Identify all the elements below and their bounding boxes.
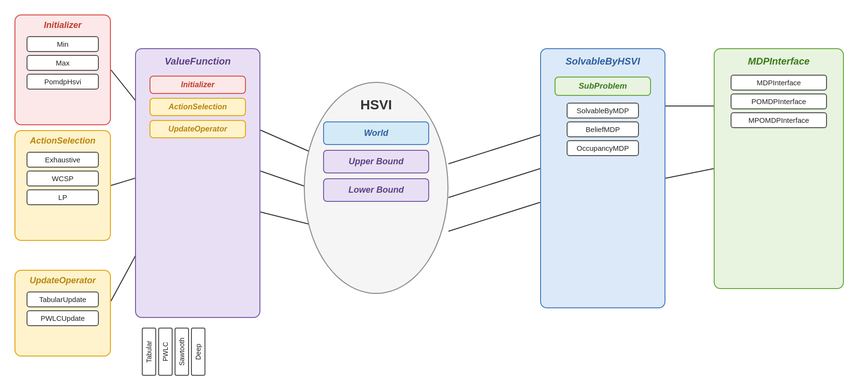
init-item-max: Max (27, 55, 99, 71)
mdp-interface-title: MDPInterface (715, 49, 843, 72)
action-selection-title: ActionSelection (15, 131, 110, 149)
hsvi-item-lower: Lower Bound (323, 178, 429, 202)
value-function-group: ValueFunction Initializer ActionSelectio… (135, 48, 260, 318)
vert-label-deep: Deep (191, 328, 205, 376)
svg-line-8 (448, 202, 540, 231)
svg-line-6 (448, 135, 540, 164)
vf-inner-update: UpdateOperator (149, 120, 246, 138)
action-item-lp: LP (27, 189, 99, 205)
init-item-pomdphsvi: PomdpHsvi (27, 74, 99, 90)
solvable-title: SolvableByHSVI (541, 49, 665, 72)
init-item-min: Min (27, 36, 99, 52)
mdp-item-mpomdp: MPOMDPInterface (731, 112, 827, 128)
vf-inner-action: ActionSelection (149, 98, 246, 116)
solvable-item-mdp: SolvableByMDP (567, 103, 639, 119)
solvable-item-occupancy: OccupancyMDP (567, 140, 639, 156)
mdp-interface-group: MDPInterface MDPInterface POMDPInterface… (714, 48, 844, 289)
initializer-group: Initializer Min Max PomdpHsvi (14, 14, 111, 125)
hsvi-item-upper: Upper Bound (323, 150, 429, 173)
vert-label-pwlc: PWLC (158, 328, 173, 376)
vf-inner-initializer: Initializer (149, 76, 246, 94)
solvable-group: SolvableByHSVI SubProblem SolvableByMDP … (540, 48, 665, 308)
svg-line-10 (665, 169, 714, 178)
svg-line-7 (448, 169, 540, 198)
initializer-title: Initializer (15, 15, 110, 33)
vert-label-tabular: Tabular (142, 328, 156, 376)
update-operator-title: UpdateOperator (15, 271, 110, 289)
mdp-item-pomdp: POMDPInterface (731, 93, 827, 109)
subproblem-box: SubProblem (555, 77, 651, 96)
hsvi-item-world: World (323, 121, 429, 145)
update-item-pwlc: PWLCUpdate (27, 310, 99, 326)
update-item-tabular: TabularUpdate (27, 291, 99, 307)
hsvi-circle: HSVI World Upper Bound Lower Bound (304, 82, 448, 294)
solvable-item-belief: BeliefMDP (567, 121, 639, 137)
value-function-title: ValueFunction (136, 49, 259, 72)
diagram: Initializer Min Max PomdpHsvi ActionSele… (0, 0, 868, 383)
action-item-wcsp: WCSP (27, 171, 99, 186)
hsvi-title: HSVI (305, 97, 448, 113)
update-operator-group: UpdateOperator TabularUpdate PWLCUpdate (14, 270, 111, 357)
action-item-exhaustive: Exhaustive (27, 152, 99, 168)
vert-label-sawtooth: Sawtooth (175, 328, 189, 376)
action-selection-group: ActionSelection Exhaustive WCSP LP (14, 130, 111, 241)
vert-labels: Tabular PWLC Sawtooth Deep (142, 328, 205, 376)
mdp-item-mdp: MDPInterface (731, 75, 827, 91)
